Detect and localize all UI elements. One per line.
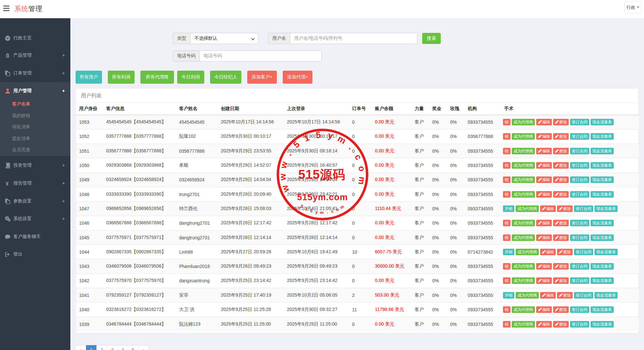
svg-text:y: y [327, 130, 334, 141]
svg-text:o: o [357, 165, 367, 172]
svg-text:5: 5 [315, 130, 321, 140]
svg-text:5: 5 [299, 203, 304, 209]
svg-text:5: 5 [291, 139, 301, 150]
svg-text:w: w [279, 184, 291, 194]
svg-text:¥: ¥ [6, 181, 9, 186]
svg-text:1: 1 [304, 206, 308, 212]
svg-text:m: m [356, 176, 367, 185]
svg-text:w: w [278, 173, 288, 181]
svg-text:B: B [6, 53, 9, 58]
svg-text:.: . [326, 210, 328, 215]
svg-text:m: m [339, 204, 345, 210]
svg-text:1: 1 [302, 133, 311, 144]
svg-text:w: w [278, 160, 290, 170]
svg-text:m: m [320, 210, 324, 215]
svg-text:y: y [315, 209, 318, 215]
svg-text:5: 5 [309, 208, 313, 213]
svg-text:.: . [347, 143, 356, 151]
svg-text:c: c [353, 153, 364, 161]
svg-text:o: o [335, 207, 339, 212]
svg-text:.: . [284, 150, 293, 157]
svg-text:515源码: 515源码 [298, 168, 345, 181]
svg-text:c: c [331, 208, 334, 214]
svg-text:515ym.com: 515ym.com [297, 192, 348, 202]
